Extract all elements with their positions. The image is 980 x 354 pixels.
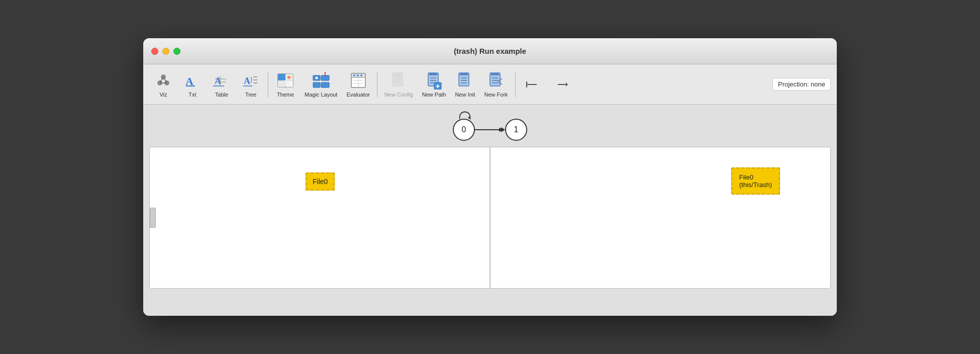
fsm-state-0[interactable]: 0 [453, 119, 475, 141]
viz-button[interactable]: Viz [149, 68, 177, 101]
svg-rect-22 [278, 81, 285, 87]
nav-left-icon [524, 75, 542, 94]
evaluator-label: Evaluator [346, 92, 369, 98]
svg-point-24 [287, 76, 290, 79]
new-config-icon [389, 71, 408, 90]
tree-icon: A [242, 71, 260, 90]
new-config-label: New Config [384, 92, 413, 98]
svg-rect-20 [278, 74, 285, 80]
svg-rect-23 [286, 81, 293, 87]
table-label: Table [215, 92, 228, 98]
new-path-icon [425, 71, 443, 90]
txt-button[interactable]: A Txt [178, 68, 207, 101]
svg-marker-28 [324, 72, 326, 74]
svg-point-34 [353, 74, 355, 76]
new-init-icon [456, 71, 474, 90]
svg-text:A: A [244, 76, 250, 86]
theme-label: Theme [277, 92, 294, 98]
canvas-container: File0 File0(this/Trash) [149, 147, 831, 289]
nav-left-button[interactable] [519, 72, 547, 97]
theme-icon [276, 71, 295, 90]
magic-layout-label: Magic Layout [305, 92, 337, 98]
nav-right-button[interactable] [548, 72, 576, 97]
maximize-button[interactable] [173, 48, 180, 55]
new-init-label: New Init [455, 92, 475, 98]
svg-rect-30 [313, 82, 320, 87]
svg-rect-44 [394, 73, 402, 75]
new-fork-label: New Fork [484, 92, 508, 98]
evaluator-button[interactable]: Evaluator [342, 68, 373, 101]
svg-rect-54 [460, 73, 468, 75]
txt-icon: A [183, 71, 202, 90]
new-path-button[interactable]: New Path [418, 68, 450, 101]
tree-button[interactable]: A Tree [237, 68, 265, 101]
fsm-state-1[interactable]: 1 [505, 119, 527, 141]
separator-3 [515, 72, 516, 97]
title-bar: (trash) Run example [143, 38, 837, 64]
fsm-transition-arrow [475, 124, 505, 136]
tree-label: Tree [245, 92, 256, 98]
svg-marker-69 [566, 82, 568, 86]
window-title: (trash) Run example [454, 47, 526, 55]
main-content: 0 1 File0 [143, 105, 837, 316]
left-node[interactable]: File0 [306, 172, 335, 191]
svg-rect-59 [491, 73, 499, 75]
left-node-label: File0 [313, 178, 328, 186]
fsm-state-0-label: 0 [462, 125, 466, 134]
svg-point-35 [357, 74, 359, 76]
minimize-button[interactable] [162, 48, 169, 55]
canvas-pane-right: File0(this/Trash) [491, 147, 830, 288]
table-button[interactable]: A Table [208, 68, 236, 101]
close-button[interactable] [151, 48, 158, 55]
separator-2 [377, 72, 377, 97]
fsm-state-1-label: 1 [514, 125, 519, 134]
projection-badge: Projection: none [772, 78, 831, 91]
separator-1 [268, 72, 268, 97]
canvas-pane-left: File0 [150, 147, 489, 288]
viz-icon [154, 71, 172, 90]
fsm-diagram: 0 1 [453, 111, 527, 147]
svg-point-36 [360, 74, 362, 76]
table-icon: A [213, 71, 231, 90]
traffic-lights [151, 48, 180, 55]
new-config-button[interactable]: New Config [380, 68, 417, 101]
svg-rect-31 [321, 82, 329, 87]
right-node[interactable]: File0(this/Trash) [731, 167, 780, 195]
app-window: (trash) Run example Viz A [143, 38, 837, 316]
theme-button[interactable]: Theme [271, 68, 300, 101]
toolbar: Viz A Txt A Table [143, 64, 837, 105]
new-fork-icon [487, 71, 505, 90]
viz-label: Viz [159, 92, 167, 98]
evaluator-icon [349, 71, 367, 90]
svg-point-26 [315, 76, 318, 79]
svg-marker-72 [499, 128, 504, 132]
magic-layout-icon [312, 71, 330, 90]
nav-right-icon [553, 75, 571, 94]
new-init-button[interactable]: New Init [451, 68, 479, 101]
txt-label: Txt [188, 92, 196, 98]
new-path-label: New Path [422, 92, 446, 98]
svg-rect-46 [429, 73, 437, 75]
new-fork-button[interactable]: New Fork [480, 68, 512, 101]
magic-layout-button[interactable]: Magic Layout [301, 68, 341, 101]
